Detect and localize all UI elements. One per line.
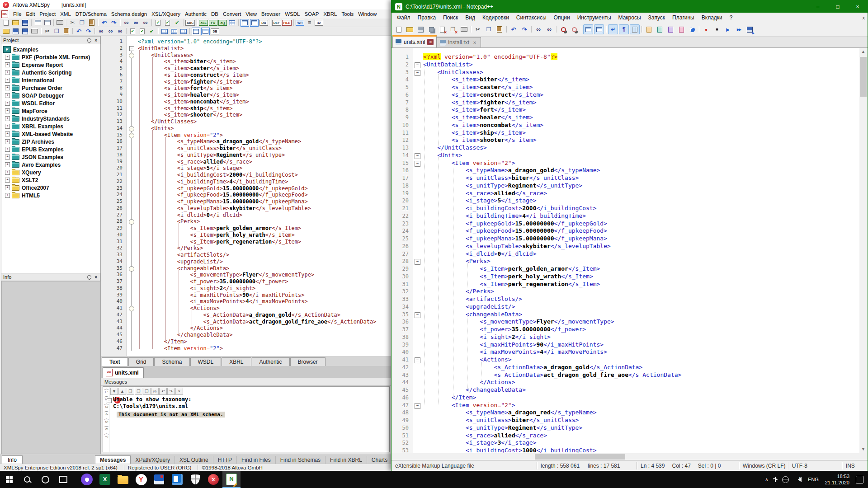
tree-item-purchase-order[interactable]: +Purchase Order — [1, 84, 101, 92]
code-line[interactable]: <f_power>35.00000000</f_power> — [138, 278, 288, 285]
code-line[interactable]: <s_levelupTable>skybiter</s_levelupTable… — [423, 243, 611, 250]
pin-icon[interactable] — [86, 38, 92, 43]
document-map-icon[interactable] — [665, 24, 675, 34]
code-line[interactable]: <i_sight>2</i_sight> — [138, 285, 255, 292]
menu-синтаксисы[interactable]: Синтаксисы — [513, 14, 550, 22]
macro-save-icon[interactable] — [745, 24, 755, 34]
new-file-icon[interactable] — [394, 24, 404, 34]
code-line[interactable]: <UnitClasses> — [138, 52, 193, 59]
code-line[interactable]: <i_maxHitPoints>90</i_maxHitPoints> — [138, 292, 304, 299]
file-explorer-icon[interactable] — [114, 471, 132, 488]
expand-box-icon[interactable]: + — [5, 170, 10, 175]
menu-инструменты[interactable]: Инструменты — [574, 14, 615, 22]
code-line[interactable]: <i_stage>5</i_stage> — [138, 165, 242, 172]
message-detail[interactable]: This document is not an XML schema. — [117, 411, 225, 418]
code-line[interactable]: <UnitDataList> — [423, 61, 473, 69]
tree-item-xquery[interactable]: +XQuery — [1, 169, 101, 176]
tree-item-international[interactable]: +International — [1, 76, 101, 84]
menu-convert[interactable]: Convert — [221, 10, 243, 18]
fold-marker[interactable]: − — [415, 259, 420, 265]
messages-tool-1[interactable]: ▲ — [118, 388, 126, 395]
file-tab-units-xml[interactable]: units.xml× — [392, 35, 437, 47]
xmlspy-taskbar-icon[interactable]: x — [204, 471, 222, 488]
tray-expand-icon[interactable]: ∧ — [765, 477, 769, 483]
entities-icon[interactable]: 42 — [315, 20, 323, 26]
code-area[interactable]: <?xml version="1.0" encoding="UTF-8"?><U… — [423, 48, 860, 453]
expand-box-icon[interactable]: + — [5, 85, 10, 90]
menu-authentic[interactable]: Authentic — [183, 10, 209, 18]
notepadpp-titlebar[interactable]: N C:\Tools\d179\units.xml - Notepad++ –□… — [392, 0, 868, 13]
expand-box-icon[interactable]: + — [5, 139, 10, 144]
open-project-icon[interactable] — [2, 28, 10, 35]
find-next-icon[interactable] — [132, 19, 140, 27]
code-line[interactable]: <s_ActionData>a_dragon_gold</s_ActionDat… — [423, 364, 642, 371]
yandex-browser-icon[interactable]: Y — [132, 471, 150, 488]
fold-marker[interactable] — [129, 219, 134, 225]
view-tab-wsdl[interactable]: WSDL — [190, 357, 222, 366]
table-delete-icon[interactable] — [179, 28, 188, 35]
expand-box-icon[interactable]: + — [5, 116, 10, 121]
fold-marker[interactable]: − — [129, 53, 134, 58]
code-line[interactable]: </Actions> — [138, 325, 223, 332]
fold-marker[interactable]: − — [415, 403, 420, 409]
expand-box-icon[interactable]: + — [5, 55, 10, 60]
code-line[interactable]: <s_item>shooter</s_item> — [138, 112, 242, 118]
code-line[interactable]: <s_item>noncombat</s_item> — [138, 99, 249, 105]
expand-box-icon[interactable]: + — [5, 62, 10, 67]
code-line[interactable]: <s_ActionData>act_dragon_gold_fire_aoe</… — [423, 371, 681, 379]
tree-item-avro-examples[interactable]: +Avro Examples — [1, 161, 101, 169]
menubar-close-icon[interactable]: x — [863, 15, 865, 20]
fold-marker[interactable]: − — [129, 133, 134, 138]
paste-icon[interactable] — [87, 19, 96, 27]
menu-project[interactable]: Project — [37, 10, 58, 18]
excel-icon[interactable]: X — [96, 471, 114, 488]
fold-margin[interactable]: −−−−−−−− — [413, 48, 422, 453]
find-in-schemas-icon[interactable] — [106, 28, 115, 35]
output-tab-xpath-xquery[interactable]: XPath/XQuery — [131, 456, 175, 464]
sync-scroll-h-icon[interactable] — [594, 24, 604, 34]
menu-schema-design[interactable]: Schema design — [109, 10, 149, 18]
expand-box-icon[interactable]: + — [5, 147, 10, 152]
messages-tool-6[interactable]: ↶ — [159, 388, 167, 395]
expand-box-icon[interactable]: + — [5, 124, 10, 129]
code-line[interactable]: <s_item>healer</s_item> — [138, 92, 239, 99]
close-button[interactable]: × — [848, 0, 868, 13]
tree-item-json-examples[interactable]: +JSON Examples — [1, 153, 101, 161]
find-icon[interactable] — [533, 24, 543, 34]
menu-browser[interactable]: Browser — [259, 10, 283, 18]
pretty-print-icon[interactable] — [305, 19, 314, 27]
window-cascade-icon[interactable] — [33, 19, 42, 27]
fold-marker[interactable]: − — [415, 357, 420, 363]
cut2-icon[interactable] — [43, 28, 52, 35]
code-line[interactable]: <i_dlcId>0</i_dlcId> — [423, 250, 536, 258]
close-all-icon[interactable] — [448, 24, 458, 34]
file-tab-units-xml[interactable]: units.xml — [103, 367, 144, 378]
code-line[interactable]: </Perks> — [423, 288, 494, 296]
fold-marker[interactable]: − — [129, 306, 134, 311]
scrollbar-thumb[interactable] — [535, 454, 625, 460]
macro-record-icon[interactable] — [701, 24, 711, 34]
xquery-icon[interactable]: XQ — [218, 20, 227, 26]
menu-view[interactable]: View — [243, 10, 259, 18]
tree-item-mapforce[interactable]: +MapForce — [1, 107, 101, 115]
clock[interactable]: 18:5321.11.2020 — [825, 473, 849, 486]
sync-scroll-v-icon[interactable] — [583, 24, 593, 34]
menu-wsdl[interactable]: WSDL — [283, 10, 302, 18]
fold-marker[interactable] — [129, 266, 134, 272]
output-tab-find-in-files[interactable]: Find in Files — [237, 456, 276, 464]
code-line[interactable]: <?xml version="1.0" encoding="UTF-8"?> — [423, 53, 557, 61]
view-monitor-icon[interactable] — [687, 24, 697, 34]
code-line[interactable]: </Item> — [423, 394, 476, 402]
menu-soap[interactable]: SOAP — [302, 10, 321, 18]
copy-icon[interactable] — [78, 19, 86, 27]
expand-box-icon[interactable]: + — [5, 131, 10, 136]
tree-item-authentic-scripting[interactable]: +Authentic Scripting — [1, 69, 101, 76]
paste2-icon[interactable] — [62, 28, 71, 35]
copy2-icon[interactable] — [52, 28, 61, 35]
file-tab-install-txt[interactable]: install.txt× — [437, 37, 481, 47]
code-line[interactable]: <s_item>caster</s_item> — [423, 84, 533, 91]
copy-icon[interactable] — [484, 24, 494, 34]
code-line[interactable]: <s_typeName>a_dragon_red</s_typeName> — [423, 409, 597, 417]
pane-toggle-2-icon[interactable] — [201, 28, 210, 35]
usb-icon[interactable] — [775, 477, 776, 482]
